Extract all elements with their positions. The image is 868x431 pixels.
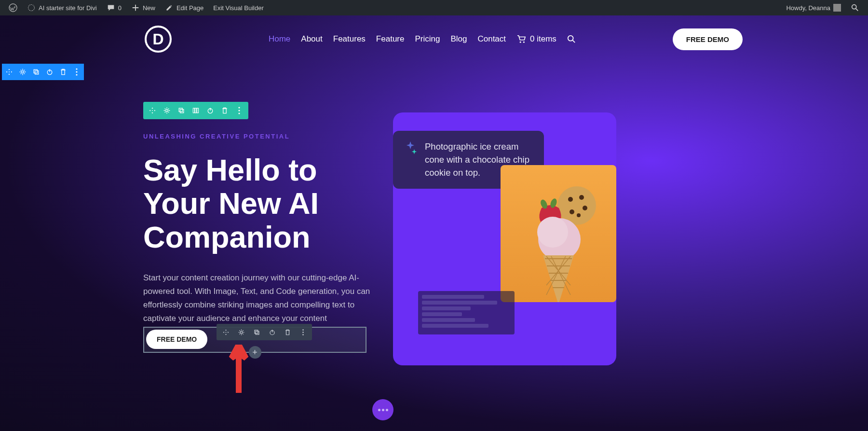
svg-point-22: [238, 112, 240, 114]
hero-kicker: UNLEASHING CREATIVE POTENTIAL: [143, 133, 375, 140]
dot-icon: [378, 409, 380, 411]
nav-feature[interactable]: Feature: [376, 34, 405, 44]
svg-point-10: [76, 68, 77, 70]
hero-title: Say Hello to Your New AI Companion: [143, 153, 375, 254]
divi-settings-fab[interactable]: [372, 399, 393, 420]
svg-point-39: [537, 217, 568, 248]
svg-point-23: [240, 331, 243, 334]
hero-cta-button[interactable]: FREE DEMO: [146, 330, 207, 349]
cart-icon: [516, 35, 526, 43]
hero-text-column: UNLEASHING CREATIVE POTENTIAL Say Hello …: [143, 133, 375, 325]
exit-vb-label: Exit Visual Builder: [213, 4, 264, 12]
comments-menu[interactable]: 0: [102, 0, 126, 15]
svg-point-34: [570, 209, 574, 214]
svg-point-32: [579, 195, 584, 200]
header-cta-button[interactable]: FREE DEMO: [673, 28, 743, 50]
svg-point-29: [302, 334, 304, 335]
move-icon[interactable]: [148, 106, 157, 115]
svg-point-31: [568, 197, 573, 202]
gear-icon[interactable]: [163, 106, 171, 115]
svg-point-35: [577, 213, 581, 217]
power-icon[interactable]: [206, 106, 215, 115]
svg-point-11: [76, 71, 77, 72]
primary-nav: Home About Features Feature Pricing Blog…: [269, 34, 576, 44]
hero-image-card: Photographic ice cream cone with a choco…: [393, 112, 616, 365]
nav-search[interactable]: [567, 35, 576, 43]
module-toolbar: [217, 324, 312, 340]
gear-icon[interactable]: [18, 68, 27, 76]
svg-point-20: [238, 107, 240, 108]
more-icon[interactable]: [298, 328, 307, 336]
nav-features[interactable]: Features: [333, 34, 366, 44]
trash-icon[interactable]: [59, 68, 68, 76]
greeting-label: Howdy, Deanna: [786, 4, 830, 12]
svg-point-5: [568, 36, 573, 41]
new-content-menu[interactable]: New: [126, 0, 160, 15]
dot-icon: [386, 409, 388, 411]
avatar: [833, 4, 841, 12]
svg-point-2: [852, 5, 856, 9]
adminbar-left: AI starter site for Divi 0 New Edit Page…: [4, 0, 269, 15]
trash-icon[interactable]: [283, 328, 292, 336]
nav-home[interactable]: Home: [269, 34, 290, 44]
adminbar-search[interactable]: [846, 0, 864, 15]
comments-count: 0: [118, 4, 122, 12]
wp-logo-menu[interactable]: [4, 0, 22, 15]
svg-rect-25: [256, 331, 259, 334]
svg-point-1: [28, 5, 35, 11]
svg-point-3: [520, 42, 521, 43]
ice-cream-illustration: [515, 179, 602, 302]
power-icon[interactable]: [268, 328, 276, 336]
gear-icon[interactable]: [237, 328, 245, 336]
nav-contact[interactable]: Contact: [477, 34, 506, 44]
svg-point-27: [302, 329, 304, 331]
section-toolbar: [2, 64, 84, 80]
columns-icon[interactable]: [191, 106, 200, 115]
duplicate-icon[interactable]: [252, 328, 261, 336]
svg-point-4: [523, 42, 525, 43]
logo-letter: D: [152, 30, 163, 48]
power-icon[interactable]: [45, 68, 54, 76]
svg-point-28: [302, 332, 304, 333]
svg-point-13: [166, 110, 168, 112]
site-logo[interactable]: D: [145, 26, 172, 53]
user-menu[interactable]: Howdy, Deanna: [781, 0, 846, 15]
move-icon[interactable]: [221, 328, 230, 336]
cart-text: 0 items: [530, 34, 556, 44]
wp-adminbar: AI starter site for Divi 0 New Edit Page…: [0, 0, 868, 15]
site-header: D Home About Features Feature Pricing Bl…: [0, 15, 868, 63]
svg-rect-16: [193, 108, 194, 113]
edit-page-menu[interactable]: Edit Page: [160, 0, 208, 15]
exit-vb-menu[interactable]: Exit Visual Builder: [208, 0, 269, 15]
move-icon[interactable]: [5, 68, 14, 76]
more-icon[interactable]: [235, 106, 244, 115]
svg-point-21: [238, 110, 240, 111]
nav-pricing[interactable]: Pricing: [415, 34, 440, 44]
row-toolbar: [143, 102, 248, 119]
nav-cart[interactable]: 0 items: [516, 34, 556, 44]
svg-rect-17: [195, 108, 196, 113]
wordpress-icon: [9, 3, 17, 12]
svg-rect-15: [180, 110, 184, 113]
site-name-menu[interactable]: AI starter site for Divi: [22, 0, 102, 15]
more-icon[interactable]: [72, 68, 81, 76]
dot-icon: [382, 409, 384, 411]
search-icon: [851, 3, 859, 12]
svg-rect-18: [197, 108, 198, 113]
button-module-selected[interactable]: FREE DEMO +: [143, 327, 366, 353]
duplicate-icon[interactable]: [177, 106, 186, 115]
edit-page-label: Edit Page: [176, 4, 203, 12]
svg-point-12: [76, 74, 77, 75]
add-module-button[interactable]: +: [249, 346, 261, 359]
pencil-icon: [165, 3, 174, 12]
nav-blog[interactable]: Blog: [450, 34, 467, 44]
svg-rect-24: [255, 330, 258, 334]
svg-point-33: [583, 206, 587, 210]
adminbar-right: Howdy, Deanna: [781, 0, 864, 15]
new-label: New: [143, 4, 155, 12]
trash-icon[interactable]: [220, 106, 229, 115]
svg-rect-8: [35, 71, 39, 74]
duplicate-icon[interactable]: [32, 68, 41, 76]
nav-about[interactable]: About: [301, 34, 322, 44]
code-preview: [418, 291, 515, 334]
